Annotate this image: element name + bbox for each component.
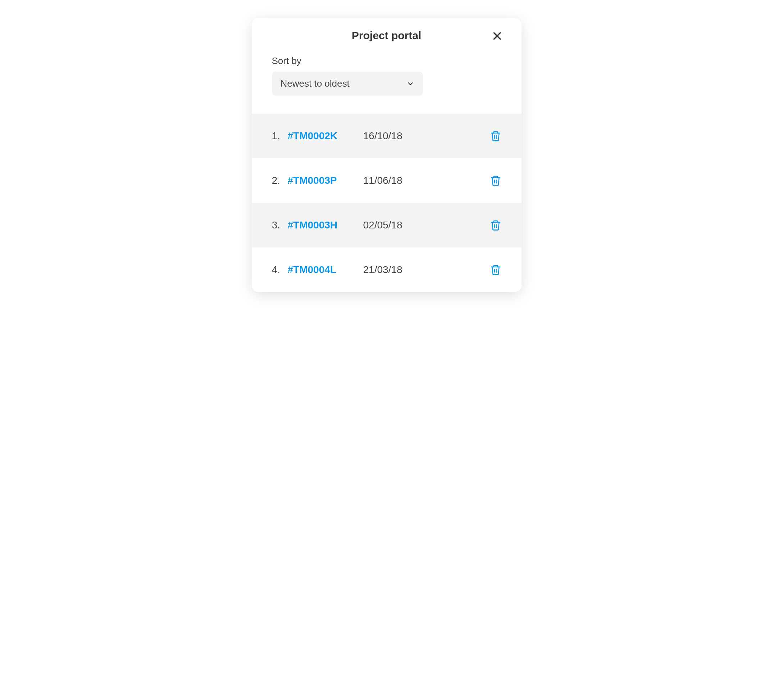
delete-button[interactable] [490, 263, 502, 276]
row-index: 1. [272, 130, 288, 142]
project-list: 1. #TM0002K 16/10/18 2. #TM0003P 11/06/1… [252, 114, 521, 292]
project-portal-modal: Project portal Sort by Newest to oldest … [252, 18, 521, 292]
trash-icon [490, 219, 502, 232]
modal-title: Project portal [352, 30, 421, 42]
trash-icon [490, 130, 502, 143]
close-button[interactable] [491, 30, 503, 43]
sort-section: Sort by Newest to oldest [252, 45, 521, 114]
trash-icon [490, 174, 502, 187]
sort-label: Sort by [272, 56, 502, 67]
trash-icon [490, 263, 502, 276]
sort-select[interactable]: Newest to oldest [272, 72, 423, 96]
modal-header: Project portal [252, 18, 521, 45]
delete-button[interactable] [490, 130, 502, 143]
sort-select-value: Newest to oldest [281, 78, 350, 89]
row-index: 2. [272, 175, 288, 186]
list-item: 4. #TM0004L 21/03/18 [252, 248, 521, 292]
row-date: 21/03/18 [363, 264, 490, 276]
list-item: 1. #TM0002K 16/10/18 [252, 114, 521, 158]
row-code-link[interactable]: #TM0003H [288, 219, 363, 231]
delete-button[interactable] [490, 219, 502, 232]
row-code-link[interactable]: #TM0002K [288, 130, 363, 142]
close-icon [492, 31, 503, 41]
list-item: 3. #TM0003H 02/05/18 [252, 203, 521, 248]
row-date: 11/06/18 [363, 175, 490, 186]
row-index: 3. [272, 219, 288, 231]
row-index: 4. [272, 264, 288, 276]
delete-button[interactable] [490, 174, 502, 187]
row-date: 16/10/18 [363, 130, 490, 142]
chevron-down-icon [406, 80, 414, 88]
row-date: 02/05/18 [363, 219, 490, 231]
row-code-link[interactable]: #TM0004L [288, 264, 363, 276]
row-code-link[interactable]: #TM0003P [288, 175, 363, 186]
list-item: 2. #TM0003P 11/06/18 [252, 158, 521, 203]
